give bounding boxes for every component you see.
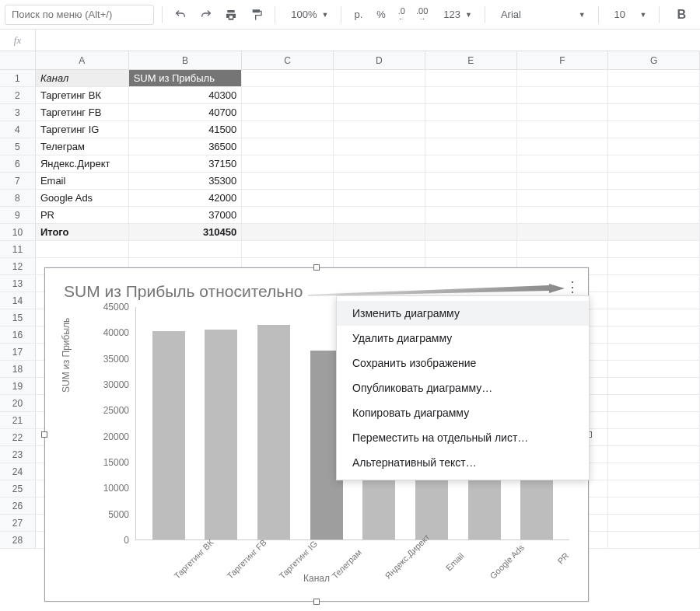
cell[interactable]: [334, 121, 425, 138]
cell[interactable]: Google Ads: [36, 190, 129, 206]
cell[interactable]: [608, 361, 700, 377]
row-header[interactable]: 9: [0, 207, 36, 223]
col-header-c[interactable]: C: [242, 51, 334, 69]
cell[interactable]: [334, 87, 425, 103]
row-header[interactable]: 13: [0, 275, 36, 292]
cell[interactable]: PR: [36, 207, 129, 223]
cell[interactable]: 310450: [129, 224, 243, 240]
cell[interactable]: [517, 190, 609, 206]
cell[interactable]: Телеграм: [36, 138, 129, 155]
cell[interactable]: [608, 446, 700, 463]
cell[interactable]: [517, 70, 609, 86]
cell[interactable]: [425, 207, 517, 223]
number-format-dropdown[interactable]: 123 ▼: [436, 4, 477, 26]
cell[interactable]: Таргетинг ВК: [36, 87, 129, 103]
cell[interactable]: [608, 515, 700, 531]
cell[interactable]: [242, 207, 334, 223]
cell[interactable]: [425, 138, 517, 155]
cell[interactable]: [608, 190, 700, 206]
undo-button[interactable]: [170, 4, 191, 26]
col-header-a[interactable]: A: [36, 51, 129, 69]
cell[interactable]: [517, 121, 609, 138]
currency-button[interactable]: р.: [349, 4, 367, 26]
cell[interactable]: Канал: [36, 70, 129, 86]
cell[interactable]: [517, 87, 609, 103]
resize-handle-top[interactable]: [313, 264, 320, 271]
cell[interactable]: [425, 155, 517, 172]
cell[interactable]: [608, 87, 700, 103]
redo-button[interactable]: [195, 4, 216, 26]
cell[interactable]: [608, 463, 700, 480]
cell[interactable]: [517, 104, 609, 120]
print-button[interactable]: [221, 4, 242, 26]
context-menu-item[interactable]: Изменить диаграмму: [337, 301, 589, 326]
cell[interactable]: [242, 104, 334, 120]
cell[interactable]: [517, 224, 609, 240]
cell[interactable]: [425, 121, 517, 138]
font-size-dropdown[interactable]: 10 ▼: [607, 4, 652, 26]
bar[interactable]: [257, 325, 290, 539]
cell[interactable]: [242, 138, 334, 155]
row-header[interactable]: 6: [0, 155, 36, 172]
cell[interactable]: 37150: [129, 155, 243, 172]
resize-handle-bottom[interactable]: [313, 599, 320, 605]
cell[interactable]: [425, 104, 517, 120]
context-menu-item[interactable]: Опубликовать диаграмму…: [337, 375, 589, 400]
cell[interactable]: [334, 207, 425, 223]
cell[interactable]: [608, 344, 700, 360]
cell[interactable]: [242, 241, 334, 257]
percent-button[interactable]: %: [372, 4, 390, 26]
cell[interactable]: Итого: [36, 224, 129, 240]
increase-decimal-button[interactable]: .00 →: [413, 4, 431, 26]
row-header[interactable]: 3: [0, 104, 36, 120]
cell[interactable]: 40300: [129, 87, 243, 103]
cell[interactable]: [608, 378, 700, 394]
cell[interactable]: [517, 155, 609, 172]
cell[interactable]: [608, 412, 700, 428]
cell[interactable]: [608, 395, 700, 411]
row-header[interactable]: 28: [0, 532, 36, 548]
row-header[interactable]: 25: [0, 480, 36, 497]
row-header[interactable]: 22: [0, 429, 36, 445]
cell[interactable]: [517, 138, 609, 155]
cell[interactable]: [517, 241, 609, 257]
row-header[interactable]: 10: [0, 224, 36, 240]
cell[interactable]: [334, 104, 425, 120]
row-header[interactable]: 8: [0, 190, 36, 206]
row-header[interactable]: 14: [0, 292, 36, 309]
context-menu-item[interactable]: Переместить на отдельный лист…: [337, 425, 589, 450]
cell[interactable]: [608, 498, 700, 514]
context-menu-item[interactable]: Сохранить изображение: [337, 351, 589, 375]
cell[interactable]: [608, 138, 700, 155]
cell[interactable]: [242, 224, 334, 240]
cell[interactable]: [608, 292, 700, 309]
context-menu-item[interactable]: Альтернативный текст…: [337, 450, 589, 475]
row-header[interactable]: 24: [0, 463, 36, 480]
cell[interactable]: [608, 275, 700, 292]
font-family-dropdown[interactable]: Arial ▼: [493, 4, 590, 26]
row-header[interactable]: 12: [0, 258, 36, 274]
cell[interactable]: [334, 241, 425, 257]
row-header[interactable]: 18: [0, 361, 36, 377]
row-header[interactable]: 11: [0, 241, 36, 257]
cell[interactable]: [334, 190, 425, 206]
row-header[interactable]: 17: [0, 344, 36, 360]
cell[interactable]: 35300: [129, 173, 243, 189]
resize-handle-left[interactable]: [41, 431, 47, 438]
cell[interactable]: [334, 138, 425, 155]
row-header[interactable]: 4: [0, 121, 36, 138]
row-header[interactable]: 16: [0, 326, 36, 343]
col-header-b[interactable]: B: [129, 51, 243, 69]
cell[interactable]: [129, 241, 243, 257]
cell[interactable]: 40700: [129, 104, 243, 120]
select-all-corner[interactable]: [0, 51, 36, 69]
cell[interactable]: [334, 173, 425, 189]
cell[interactable]: 36500: [129, 138, 243, 155]
cell[interactable]: [242, 173, 334, 189]
cell[interactable]: [425, 70, 517, 86]
zoom-dropdown[interactable]: 100% ▼: [283, 4, 333, 26]
row-header[interactable]: 26: [0, 498, 36, 514]
cell[interactable]: [608, 121, 700, 138]
context-menu-item[interactable]: Копировать диаграмму: [337, 400, 589, 425]
cell[interactable]: [242, 87, 334, 103]
